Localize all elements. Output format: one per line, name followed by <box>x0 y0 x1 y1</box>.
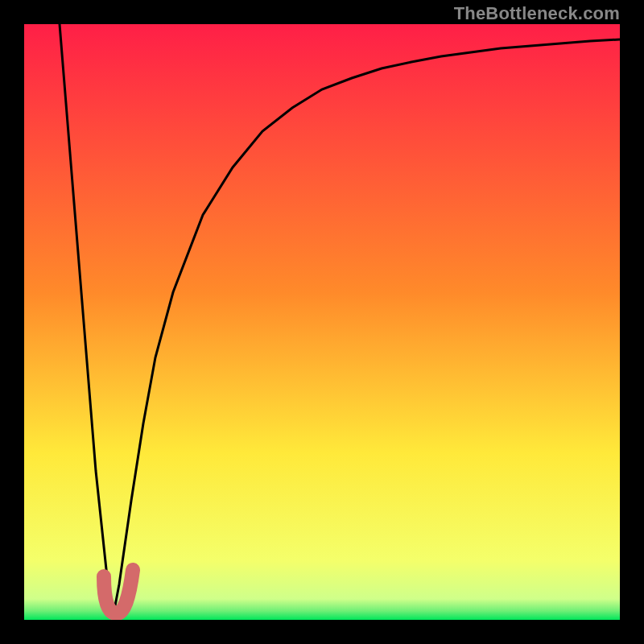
heat-gradient-background <box>24 24 620 620</box>
watermark-label: TheBottleneck.com <box>454 3 620 24</box>
plot-area <box>24 24 620 620</box>
chart-frame: TheBottleneck.com <box>0 0 644 644</box>
svg-rect-0 <box>24 24 620 620</box>
